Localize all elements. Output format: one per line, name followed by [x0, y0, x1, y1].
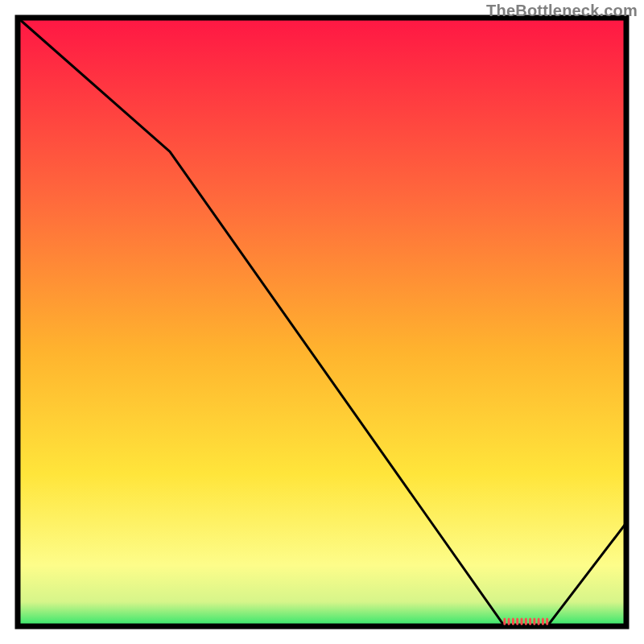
- bottleneck-chart: [0, 0, 644, 644]
- attribution-label: TheBottleneck.com: [486, 2, 638, 20]
- chart-container: TheBottleneck.com: [0, 0, 644, 644]
- plot-background: [18, 18, 626, 626]
